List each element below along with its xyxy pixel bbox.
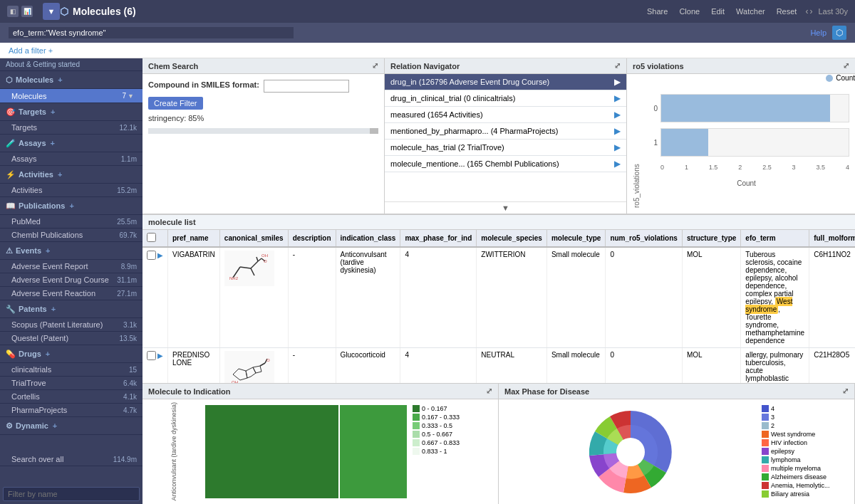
sidebar-section-events[interactable]: ⚠ Events + — [0, 242, 142, 260]
edit-button[interactable]: Edit — [708, 6, 727, 17]
sidebar-section-dynamic[interactable]: ⚙ Dynamic + — [0, 417, 142, 435]
sidebar-item-chembl-publications[interactable]: Chembl Publications 69.7k — [0, 229, 142, 242]
bar-fill-0 — [661, 95, 830, 122]
sidebar-filter — [0, 484, 142, 504]
row1-expand[interactable]: ▶ — [157, 251, 163, 259]
sidebar-item-scopus[interactable]: Scopus (Patent Literature) 3.1k — [0, 318, 142, 332]
col-max-phase[interactable]: max_phase_for_ind — [400, 230, 477, 247]
mol-indication-expand[interactable]: ⤢ — [486, 387, 492, 396]
col-molecule-species[interactable]: molecule_species — [477, 230, 547, 247]
expand-button[interactable]: ⬡ — [832, 26, 846, 40]
add-filter-link[interactable]: Add a filter + — [9, 46, 53, 55]
clone-button[interactable]: Clone — [676, 6, 703, 17]
max-phase-expand[interactable]: ⤢ — [842, 387, 849, 396]
sidebar-section-publications[interactable]: 📖 Publications + — [0, 197, 142, 215]
chem-body: Compound in SMILES format: Create Filter… — [142, 74, 384, 214]
sidebar-item-molecules[interactable]: Molecules 7 ▼ — [0, 89, 142, 103]
add-molecules-button[interactable]: + — [56, 74, 63, 85]
row2-species: NEUTRAL — [477, 348, 547, 384]
sidebar-item-pharmaprojects[interactable]: PharmaProjects 4.7k — [0, 404, 142, 417]
relation-scroll-down[interactable]: ▼ — [385, 201, 626, 214]
chem-panel-expand[interactable]: ⤢ — [372, 61, 378, 70]
row1-checkbox[interactable] — [147, 251, 156, 260]
sidebar-filter-input[interactable] — [3, 487, 140, 501]
sidebar-item-adverse-event-drug[interactable]: Adverse Event Drug Course 31.1m — [0, 273, 142, 287]
pie-legend-2: 2 — [762, 422, 849, 429]
col-efo-term[interactable]: efo_term — [741, 230, 809, 247]
col-canonical-smiles[interactable]: canonical_smiles — [219, 230, 288, 247]
row2-expand[interactable]: ▶ — [157, 352, 163, 359]
sidebar-item-adverse-event-reaction[interactable]: Adverse Event Reaction 27.1m — [0, 287, 142, 300]
add-patents-button[interactable]: + — [50, 303, 57, 315]
top-bar-left: ◧ 📊 ▼ — [7, 3, 60, 20]
sidebar-item-trialtrove[interactable]: TrialTrove 6.4k — [0, 377, 142, 390]
sidebar-item-search-all[interactable]: Search over all 114.9m — [0, 453, 142, 466]
svg-line-6 — [256, 257, 258, 261]
next-arrow[interactable]: › — [809, 6, 812, 16]
filter-toggle-button[interactable]: ▼ — [43, 3, 60, 20]
relation-item-3[interactable]: mentioned_by_pharmapro... (4 PharmaProje… — [385, 123, 626, 140]
col-description[interactable]: description — [288, 230, 336, 247]
add-publications-button[interactable]: + — [68, 200, 75, 211]
create-filter-button[interactable]: Create Filter — [148, 97, 203, 110]
sidebar-item-cortellis[interactable]: Cortellis 4.1k — [0, 390, 142, 404]
treemap-y-label: Anticonvulsant (tardive dyskinesia) — [145, 402, 202, 501]
sidebar-item-questel[interactable]: Questel (Patent) 13.5k — [0, 332, 142, 345]
sidebar-item-clinicaltrials[interactable]: clinicaltrials 15 — [0, 363, 142, 377]
relation-item-0[interactable]: drug_in (126796 Adverse Event Drug Cours… — [385, 74, 626, 90]
add-targets-button[interactable]: + — [49, 106, 56, 117]
sidebar-section-targets[interactable]: 🎯 Targets + — [0, 103, 142, 121]
relation-item-5[interactable]: molecule_mentione... (165 Chembl Publica… — [385, 156, 626, 172]
relation-item-4[interactable]: molecule_has_trial (2 TrialTrove) ▶ — [385, 140, 626, 156]
chem-smiles-input[interactable] — [264, 80, 349, 93]
sidebar-section-assays[interactable]: 🧪 Assays + — [0, 135, 142, 152]
sidebar-section-patents[interactable]: 🔧 Patents + — [0, 300, 142, 318]
sidebar-item-activities[interactable]: Activities 15.2m — [0, 184, 142, 197]
row2-description: - — [288, 348, 336, 384]
pie-box-biliary — [762, 490, 769, 498]
watcher-button[interactable]: Watcher — [733, 6, 768, 17]
sidebar-item-assays[interactable]: Assays 1.1m — [0, 152, 142, 166]
filter-query-input[interactable] — [9, 27, 294, 38]
col-num-ro5[interactable]: num_ro5_violations — [606, 230, 682, 247]
help-button[interactable]: Help — [810, 28, 826, 37]
legend-box-3 — [413, 431, 420, 438]
reset-button[interactable]: Reset — [774, 6, 800, 17]
col-molformula[interactable]: full_molformula — [809, 230, 855, 247]
prev-arrow[interactable]: ‹ — [805, 6, 808, 16]
filter-bar: Help ⬡ — [0, 23, 855, 43]
row2-checkbox[interactable] — [147, 351, 156, 360]
chart-panel-expand[interactable]: ⤢ — [843, 61, 849, 70]
relation-arrow-5: ▶ — [614, 159, 621, 169]
sidebar-item-targets[interactable]: Targets 12.1k — [0, 121, 142, 135]
col-indication-class[interactable]: indication_class — [336, 230, 400, 247]
add-drugs-button[interactable]: + — [44, 348, 51, 359]
sidebar-section-drugs[interactable]: 💊 Drugs + — [0, 345, 142, 363]
pie-legend-epilepsy: epilepsy — [762, 448, 849, 455]
about-link[interactable]: About & Getting started — [0, 58, 142, 71]
sidebar-section-activities[interactable]: ⚡ Activities + — [0, 166, 142, 184]
share-button[interactable]: Share — [644, 6, 670, 17]
svg-line-2 — [251, 261, 258, 268]
col-pref-name[interactable]: pref_name — [168, 230, 220, 247]
sidebar-item-adverse-event-report[interactable]: Adverse Event Report 8.9m — [0, 260, 142, 273]
svg-marker-11 — [246, 367, 256, 378]
sidebar-item-pubmed[interactable]: PubMed 25.5m — [0, 215, 142, 229]
relation-item-2[interactable]: measured (1654 Activities) ▶ — [385, 107, 626, 123]
col-molecule-type[interactable]: molecule_type — [546, 230, 605, 247]
row2-indication: Glucocorticoid — [336, 348, 400, 384]
relation-panel-expand[interactable]: ⤢ — [614, 61, 621, 70]
add-assays-button[interactable]: + — [49, 137, 56, 149]
add-activities-button[interactable]: + — [56, 169, 63, 180]
select-all-checkbox[interactable] — [147, 233, 156, 242]
molecule-table-container[interactable]: pref_name canonical_smiles description i… — [142, 230, 855, 383]
sidebar-section-molecules[interactable]: ⬡ Molecules + — [0, 71, 142, 89]
pie-legend-myeloma: multiple myeloma — [762, 465, 849, 472]
col-structure-type[interactable]: structure_type — [682, 230, 740, 247]
legend-box-5 — [413, 448, 420, 455]
relation-item-1[interactable]: drug_in_clinical_trial (0 clinicaltrials… — [385, 90, 626, 107]
svg-text:NH2: NH2 — [229, 276, 239, 280]
stringency-row: stringency: 85% — [148, 114, 378, 122]
add-events-button[interactable]: + — [44, 245, 51, 256]
add-dynamic-button[interactable]: + — [51, 420, 58, 431]
